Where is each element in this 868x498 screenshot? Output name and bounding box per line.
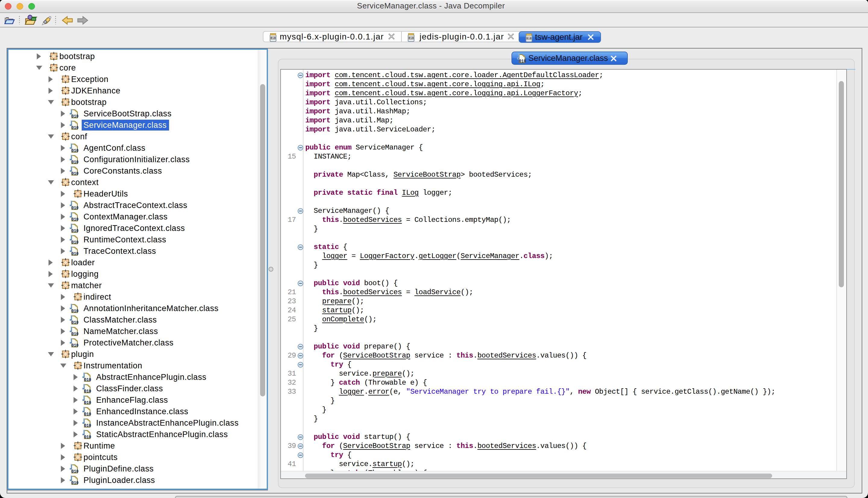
svg-text:010: 010 — [271, 37, 276, 40]
svg-text:010: 010 — [71, 469, 78, 474]
svg-text:010: 010 — [409, 37, 414, 40]
svg-text:010: 010 — [71, 148, 78, 153]
svg-text:010: 010 — [71, 240, 78, 245]
svg-text:010: 010 — [71, 159, 78, 164]
svg-text:010: 010 — [71, 320, 78, 325]
svg-text:010: 010 — [71, 480, 78, 485]
svg-text:010: 010 — [84, 434, 91, 439]
svg-text:010: 010 — [71, 125, 78, 130]
svg-text:010: 010 — [84, 400, 91, 405]
svg-text:010: 010 — [519, 59, 526, 64]
svg-text:010: 010 — [71, 309, 78, 313]
svg-text:010: 010 — [84, 389, 91, 393]
svg-text:010: 010 — [71, 171, 78, 176]
svg-text:010: 010 — [84, 423, 91, 428]
svg-text:010: 010 — [84, 411, 91, 416]
svg-text:010: 010 — [84, 377, 91, 382]
svg-text:010: 010 — [71, 114, 78, 118]
svg-text:010: 010 — [71, 343, 78, 348]
svg-text:010: 010 — [71, 217, 78, 222]
svg-text:010: 010 — [71, 205, 78, 210]
svg-text:010: 010 — [526, 37, 532, 40]
svg-text:010: 010 — [71, 228, 78, 233]
svg-text:010: 010 — [71, 331, 78, 336]
svg-text:010: 010 — [71, 251, 78, 256]
